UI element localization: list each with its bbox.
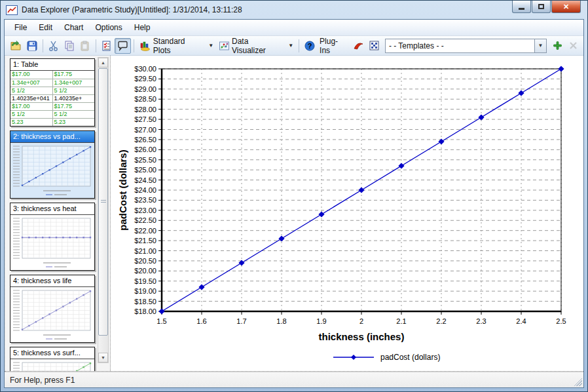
main-content: 1: Table$17.00$17.751.34e+0071.34e+0075 … <box>5 56 583 372</box>
resize-grip[interactable] <box>574 378 582 386</box>
svg-text:$18.50: $18.50 <box>134 298 156 305</box>
copy-button[interactable] <box>62 38 77 54</box>
scrollbar-thumb[interactable] <box>98 68 108 336</box>
thumbnail-preview <box>10 359 94 371</box>
standard-plots-label: Standard Plots <box>153 37 204 55</box>
scroll-down-button[interactable]: ▼ <box>98 353 108 363</box>
thumbnail-sidebar: 1: Table$17.00$17.751.34e+0071.34e+0075 … <box>5 56 111 371</box>
svg-text:thickness (inches): thickness (inches) <box>319 331 405 342</box>
svg-text:2.5: 2.5 <box>556 317 566 325</box>
svg-text:$29.50: $29.50 <box>134 75 156 83</box>
add-template-button[interactable] <box>549 38 565 54</box>
svg-text:$20.50: $20.50 <box>134 257 156 265</box>
mini-chart <box>10 359 94 371</box>
status-text: For Help, press F1 <box>10 376 75 385</box>
svg-text:$19.50: $19.50 <box>134 277 156 285</box>
svg-text:$22.50: $22.50 <box>134 216 156 224</box>
svg-text:?: ? <box>308 42 312 50</box>
x-icon <box>569 41 578 50</box>
comment-toggle-button[interactable] <box>115 38 131 54</box>
standard-plots-icon <box>139 41 151 51</box>
menu-bar: File Edit Chart Options Help <box>5 20 583 36</box>
thumbnail-1[interactable]: 1: Table$17.00$17.751.34e+0071.34e+0075 … <box>10 58 95 127</box>
thumbnail-2[interactable]: 2: thickness vs pad... <box>10 130 95 199</box>
status-bar: For Help, press F1 <box>5 372 583 387</box>
combobox-dropdown-button[interactable]: ▼ <box>534 39 546 52</box>
thumbnail-preview: $17.00$17.751.34e+0071.34e+0075 1/25 1/2… <box>10 71 94 126</box>
svg-text:$22.00: $22.00 <box>134 227 156 235</box>
grid-icon <box>369 41 379 50</box>
title-bar[interactable]: Data Explorer (Parametric Study)[Untitle… <box>1 1 587 19</box>
checklist-button[interactable] <box>99 38 115 54</box>
chevron-down-icon: ▼ <box>288 43 293 49</box>
templates-value: - - Templates - - <box>386 41 534 50</box>
arrow-down-icon: ▼ <box>101 355 105 360</box>
mini-chart <box>10 287 94 342</box>
app-icon <box>6 5 18 15</box>
svg-text:$18.00: $18.00 <box>134 307 156 315</box>
delete-template-button[interactable] <box>565 38 581 54</box>
menu-chart[interactable]: Chart <box>58 20 89 35</box>
red-swoosh-icon <box>353 41 364 50</box>
data-visualizer-label: Data Visualizer <box>232 37 284 55</box>
svg-text:$28.50: $28.50 <box>134 95 156 103</box>
toolbar-separator <box>134 39 134 52</box>
thumbnail-4[interactable]: 4: thickness vs life <box>10 275 95 343</box>
scroll-up-button[interactable]: ▲ <box>98 58 108 68</box>
thumbnail-title: 1: Table <box>10 59 94 71</box>
plugins-red-button[interactable] <box>350 38 367 54</box>
window-title: Data Explorer (Parametric Study)[Untitle… <box>22 5 242 14</box>
paste-button[interactable] <box>77 38 93 54</box>
svg-text:2.1: 2.1 <box>396 317 406 325</box>
data-visualizer-icon <box>219 41 230 51</box>
save-button[interactable] <box>24 38 40 54</box>
thumbnail-preview <box>10 287 94 342</box>
thumbnail-title: 5: thickness vs surf... <box>10 347 94 359</box>
close-button[interactable]: ✕ <box>551 1 581 13</box>
scrollbar-grip-icon <box>101 200 106 204</box>
thumbnail-preview <box>10 143 94 198</box>
svg-text:$30.00: $30.00 <box>134 65 156 73</box>
thumbnail-title: 3: thickness vs heat <box>10 203 94 215</box>
minimize-icon <box>519 8 524 10</box>
cut-button[interactable] <box>46 38 62 54</box>
toolbar-separator <box>299 39 299 52</box>
menu-help[interactable]: Help <box>128 20 156 35</box>
svg-text:$23.00: $23.00 <box>134 206 156 214</box>
plugins-grid-button[interactable] <box>367 38 382 54</box>
svg-text:$26.50: $26.50 <box>134 136 156 144</box>
maximize-icon <box>538 4 544 9</box>
sidebar-scrollbar[interactable]: ▲ ▼ <box>98 57 109 363</box>
plugins-label: Plug-Ins <box>320 37 348 55</box>
thumbnail-5[interactable]: 5: thickness vs surf... <box>10 347 95 371</box>
help-button[interactable]: ? <box>302 38 318 54</box>
svg-text:2.4: 2.4 <box>516 317 526 325</box>
menu-edit[interactable]: Edit <box>33 20 58 35</box>
svg-text:2: 2 <box>359 317 363 325</box>
templates-combobox[interactable]: - - Templates - - ▼ <box>385 39 547 53</box>
svg-text:2.3: 2.3 <box>476 317 486 325</box>
menu-file[interactable]: File <box>9 20 33 35</box>
plus-icon <box>553 41 562 50</box>
minimize-button[interactable] <box>512 1 531 13</box>
standard-plots-dropdown[interactable]: Standard Plots ▼ <box>137 38 216 54</box>
arrow-up-icon: ▲ <box>101 60 105 65</box>
svg-text:$24.50: $24.50 <box>134 176 156 184</box>
toolbar-separator <box>43 39 43 52</box>
svg-text:$21.00: $21.00 <box>134 247 156 255</box>
chevron-down-icon: ▼ <box>538 43 543 49</box>
paste-clipboard-icon <box>80 41 90 51</box>
menu-options[interactable]: Options <box>89 20 128 35</box>
data-visualizer-dropdown[interactable]: Data Visualizer ▼ <box>216 38 296 54</box>
help-icon: ? <box>304 41 315 51</box>
open-button[interactable] <box>7 38 24 54</box>
toolbar: Standard Plots ▼ Data Visualizer ▼ ? <box>5 36 583 56</box>
svg-text:1.9: 1.9 <box>316 317 326 325</box>
thumbnail-3[interactable]: 3: thickness vs heat <box>10 203 95 271</box>
svg-text:2.2: 2.2 <box>436 317 446 325</box>
svg-text:$24.00: $24.00 <box>134 186 156 194</box>
maximize-button[interactable] <box>532 1 551 13</box>
svg-text:1.5: 1.5 <box>156 317 166 325</box>
svg-text:$25.50: $25.50 <box>134 156 156 164</box>
svg-text:1.7: 1.7 <box>236 317 246 325</box>
